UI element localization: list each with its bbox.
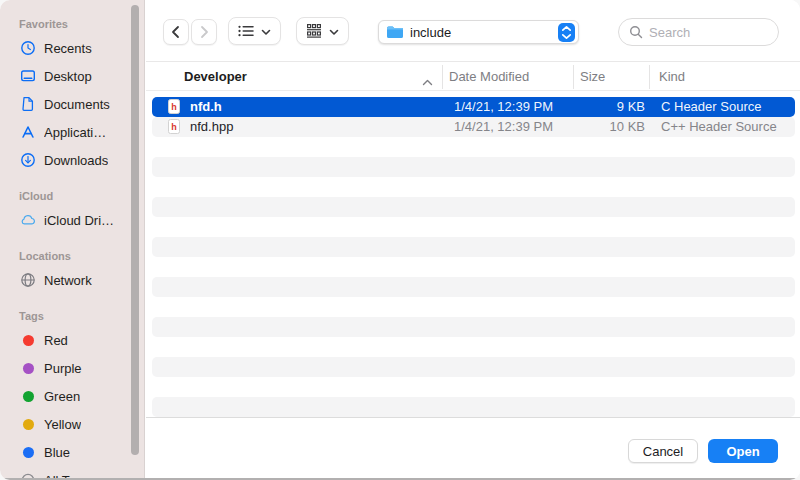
empty-row xyxy=(152,137,795,157)
h-file-glyph: h xyxy=(168,119,180,134)
kind-cell: C Header Source xyxy=(661,97,761,117)
size-cell: 9 KB xyxy=(552,97,645,117)
sidebar-item-label: Purple xyxy=(44,361,82,376)
sidebar-item-desktop[interactable]: Desktop xyxy=(0,62,144,90)
empty-row xyxy=(152,277,795,297)
empty-row xyxy=(152,157,795,177)
list-view-button[interactable] xyxy=(228,17,281,45)
sidebar-item-applicati[interactable]: Applicati… xyxy=(0,118,144,146)
empty-row xyxy=(152,397,795,417)
empty-row xyxy=(152,297,795,317)
tag-dot-icon xyxy=(23,363,34,374)
toolbar: include xyxy=(146,0,800,62)
column-resize-handle[interactable] xyxy=(649,65,650,89)
file-row[interactable]: hnfd.hpp1/4/21, 12:39 PM10 KBC++ Header … xyxy=(152,117,795,137)
sidebar-item-icloud-dri[interactable]: iCloud Dri… xyxy=(0,206,144,234)
location-popup-value: include xyxy=(410,25,451,40)
file-name-cell: nfd.hpp xyxy=(190,117,233,137)
sidebar-section-title-tags: Tags xyxy=(0,306,144,326)
sidebar-item-recents[interactable]: Recents xyxy=(0,34,144,62)
sidebar: FavoritesRecentsDesktopDocumentsApplicat… xyxy=(0,0,145,480)
tag-dot-icon xyxy=(23,447,34,458)
empty-row xyxy=(152,377,795,397)
file-row[interactable]: hnfd.h1/4/21, 12:39 PM9 KBC Header Sourc… xyxy=(152,97,795,117)
search-icon xyxy=(628,24,644,40)
size-cell: 10 KB xyxy=(552,117,645,137)
sidebar-item-label: Downloads xyxy=(44,153,108,168)
globe-icon xyxy=(20,272,36,288)
date-modified-cell: 1/4/21, 12:39 PM xyxy=(454,97,553,117)
open-file-dialog: FavoritesRecentsDesktopDocumentsApplicat… xyxy=(0,0,800,480)
file-name-cell: nfd.h xyxy=(190,97,222,117)
kind-cell: C++ Header Source xyxy=(661,117,777,137)
tag-dot-icon xyxy=(23,335,34,346)
sidebar-scrollbar[interactable] xyxy=(131,5,139,455)
chevron-left-icon xyxy=(168,24,184,40)
open-button[interactable]: Open xyxy=(708,439,778,463)
clock-icon xyxy=(20,40,36,56)
h-file-icon: h xyxy=(168,119,180,135)
appstore-icon xyxy=(20,124,36,140)
empty-row xyxy=(152,257,795,277)
sidebar-item-downloads[interactable]: Downloads xyxy=(0,146,144,174)
column-resize-handle[interactable] xyxy=(573,65,574,89)
sidebar-item-green[interactable]: Green xyxy=(0,382,144,410)
sidebar-item-label: Documents xyxy=(44,97,110,112)
sidebar-item-network[interactable]: Network xyxy=(0,266,144,294)
location-popup[interactable]: include xyxy=(378,20,579,44)
sidebar-item-label: iCloud Dri… xyxy=(44,213,114,228)
chevron-right-icon xyxy=(196,24,212,40)
group-view-button[interactable] xyxy=(296,17,349,45)
cancel-button[interactable]: Cancel xyxy=(628,439,698,463)
sidebar-item-yellow[interactable]: Yellow xyxy=(0,410,144,438)
tag-dot-icon xyxy=(20,388,36,404)
sidebar-item-label: Red xyxy=(44,333,68,348)
column-header-date-modified[interactable]: Date Modified xyxy=(449,62,529,91)
desktop-icon xyxy=(20,68,36,84)
list-view-icon xyxy=(238,23,254,39)
empty-row xyxy=(152,177,795,197)
empty-row xyxy=(152,337,795,357)
column-headers: Developer Date Modified Size Kind xyxy=(146,62,800,91)
group-view-icon xyxy=(306,23,322,39)
chevron-down-icon xyxy=(329,22,339,40)
empty-row xyxy=(152,197,795,217)
folder-icon xyxy=(386,25,404,39)
column-resize-handle[interactable] xyxy=(442,65,443,89)
download-circle-icon xyxy=(20,152,36,168)
tag-dot-icon xyxy=(20,444,36,460)
column-header-developer[interactable]: Developer xyxy=(184,62,247,91)
h-file-icon: h xyxy=(168,99,180,115)
sidebar-item-label: Yellow xyxy=(44,417,81,432)
forward-button[interactable] xyxy=(191,19,217,45)
sidebar-section-title-locations: Locations xyxy=(0,246,144,266)
column-header-kind[interactable]: Kind xyxy=(659,62,685,91)
sidebar-item-blue[interactable]: Blue xyxy=(0,438,144,466)
sidebar-item-documents[interactable]: Documents xyxy=(0,90,144,118)
sidebar-item-purple[interactable]: Purple xyxy=(0,354,144,382)
chevron-down-icon xyxy=(261,22,271,40)
empty-row xyxy=(152,237,795,257)
sidebar-item-label: Desktop xyxy=(44,69,92,84)
tag-dot-icon xyxy=(20,332,36,348)
sidebar-item-red[interactable]: Red xyxy=(0,326,144,354)
h-file-glyph: h xyxy=(168,99,180,114)
sidebar-section-title-favorites: Favorites xyxy=(0,14,144,34)
search-input[interactable] xyxy=(649,25,769,40)
sidebar-section-title-icloud: iCloud xyxy=(0,186,144,206)
sidebar-item-label: Green xyxy=(44,389,80,404)
tag-dot-icon xyxy=(23,391,34,402)
empty-row xyxy=(152,217,795,237)
search-field[interactable] xyxy=(618,18,779,46)
tag-dot-icon xyxy=(20,416,36,432)
sidebar-item-label: Blue xyxy=(44,445,70,460)
sidebar-item-label: Applicati… xyxy=(44,125,106,140)
main-panel: include Developer xyxy=(146,0,800,480)
sidebar-sections: FavoritesRecentsDesktopDocumentsApplicat… xyxy=(0,14,144,480)
sidebar-item-label: Network xyxy=(44,273,92,288)
back-button[interactable] xyxy=(163,19,189,45)
column-header-size[interactable]: Size xyxy=(580,62,605,91)
document-icon xyxy=(20,96,36,112)
popup-stepper-icon[interactable] xyxy=(558,23,575,42)
tag-dot-icon xyxy=(20,360,36,376)
